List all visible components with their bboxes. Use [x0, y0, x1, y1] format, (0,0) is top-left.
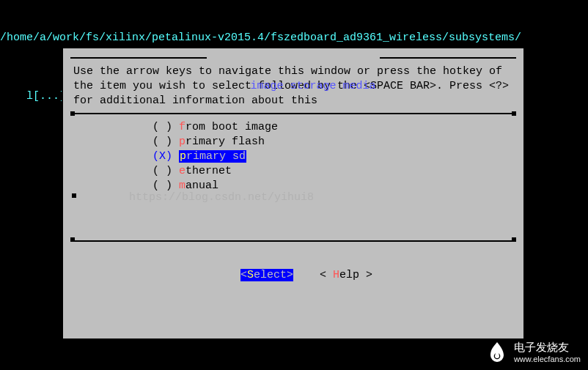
- option-primary-sd[interactable]: (X) primary sd: [72, 149, 515, 164]
- select-button[interactable]: <Select>: [240, 269, 293, 281]
- menuconfig-dialog: image storage media Use the arrow keys t…: [62, 47, 525, 340]
- option-list[interactable]: ( ) from boot image ( ) primary flash (X…: [72, 113, 515, 242]
- option-from-boot-image[interactable]: ( ) from boot image: [72, 120, 515, 135]
- brand-url: www.elecfans.com: [514, 353, 581, 365]
- dialog-title: image storage media: [250, 80, 375, 92]
- svg-point-0: [494, 353, 501, 360]
- option-primary-flash[interactable]: ( ) primary flash: [72, 135, 515, 149]
- help-button[interactable]: < Help >: [320, 269, 372, 281]
- path-line: /home/a/work/fs/xilinx/petalinux-v2015.4…: [0, 31, 588, 45]
- dialog-title-row: image storage media: [63, 50, 523, 64]
- option-manual[interactable]: ( ) manual: [72, 179, 515, 193]
- option-ethernet[interactable]: ( ) ethernet: [72, 164, 515, 179]
- dialog-buttons: <Select> < Help >: [63, 268, 523, 283]
- dialog-frame: image storage media Use the arrow keys t…: [62, 47, 525, 340]
